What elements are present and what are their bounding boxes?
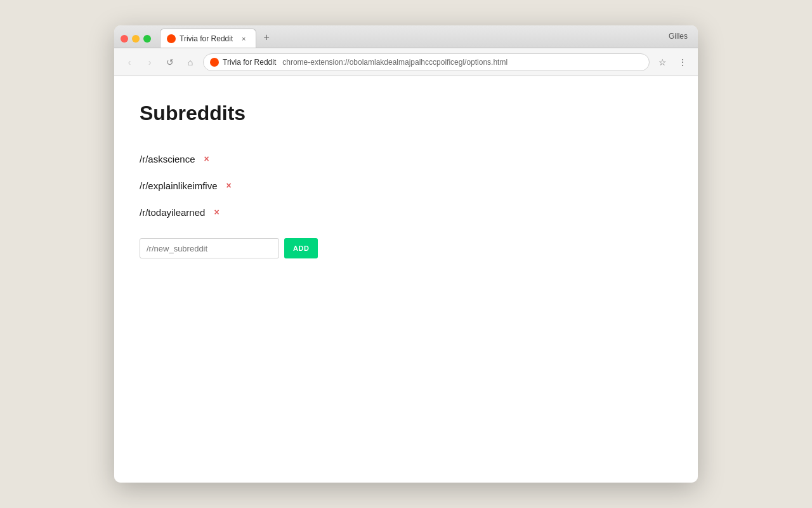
browser-tab[interactable]: Trivia for Reddit × [160, 29, 256, 48]
window-controls [121, 35, 157, 48]
subreddit-input[interactable] [140, 238, 279, 258]
address-bar[interactable]: Trivia for Reddit chrome-extension://obo… [203, 53, 650, 71]
subreddit-name: /r/askscience [140, 154, 195, 164]
browser-menu-button[interactable]: ⋮ [675, 55, 690, 70]
address-url: chrome-extension://obolamlakdealmajpalhc… [282, 58, 508, 67]
page-content: Subreddits /r/askscience × /r/explainlik… [114, 76, 698, 483]
list-item: /r/explainlikeimfive × [140, 172, 672, 199]
add-subreddit-button[interactable]: ADD [284, 238, 318, 258]
new-tab-button[interactable]: + [259, 30, 274, 45]
tab-bar: Trivia for Reddit × + [157, 29, 698, 48]
tab-favicon-icon [167, 34, 176, 43]
bookmark-button[interactable]: ☆ [655, 55, 670, 70]
list-item: /r/todayilearned × [140, 199, 672, 225]
subreddit-name: /r/explainlikeimfive [140, 180, 218, 191]
profile-name: Gilles [669, 31, 688, 40]
remove-subreddit-button[interactable]: × [213, 206, 220, 218]
subreddit-name: /r/todayilearned [140, 207, 205, 218]
maximize-window-button[interactable] [143, 35, 151, 43]
title-bar: Trivia for Reddit × + Gilles [114, 25, 698, 48]
remove-subreddit-button[interactable]: × [225, 180, 233, 191]
reload-button[interactable]: ↺ [162, 55, 178, 70]
browser-window: Trivia for Reddit × + Gilles ‹ › ↺ ⌂ Tri… [114, 25, 698, 483]
address-site-name: Trivia for Reddit [223, 58, 276, 67]
back-button[interactable]: ‹ [122, 55, 137, 70]
remove-subreddit-button[interactable]: × [203, 153, 211, 164]
home-button[interactable]: ⌂ [183, 55, 198, 70]
tab-close-button[interactable]: × [239, 34, 248, 43]
add-subreddit-row: ADD [140, 238, 672, 258]
address-favicon-icon [210, 58, 219, 67]
close-window-button[interactable] [121, 35, 128, 43]
page-title: Subreddits [140, 102, 672, 125]
minimize-window-button[interactable] [132, 35, 140, 43]
tab-label: Trivia for Reddit [180, 34, 233, 43]
list-item: /r/askscience × [140, 145, 672, 172]
nav-bar: ‹ › ↺ ⌂ Trivia for Reddit chrome-extensi… [114, 48, 698, 76]
forward-button[interactable]: › [142, 55, 157, 70]
subreddit-list: /r/askscience × /r/explainlikeimfive × /… [140, 145, 672, 225]
